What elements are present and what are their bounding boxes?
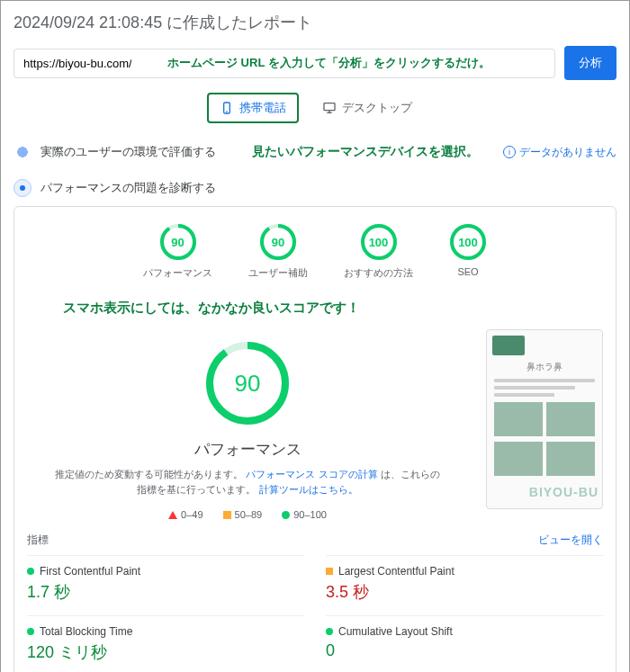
metric-cls-value: 0 (326, 641, 603, 660)
performance-left: 90 パフォーマンス 推定値のため変動する可能性があります。 パフォーマンス ス… (27, 324, 468, 520)
device-tabs: 携帯電話 デスクトップ (14, 93, 616, 123)
diagnose-label: パフォーマンスの問題を診断する (40, 180, 216, 196)
dot-good-icon (27, 628, 34, 635)
globe-icon (14, 143, 32, 161)
smartphone-annotation: スマホ表示にしては、なかなか良いスコアです！ (63, 300, 603, 317)
url-annotation: ホームページ URL を入力して「分析」をクリックするだけ。 (167, 55, 490, 71)
score-label-0: パフォーマンス (143, 266, 212, 280)
score-seo[interactable]: 100 SEO (449, 223, 487, 280)
preview-brand: 鼻ホラ鼻 (487, 361, 602, 373)
gauge-best-practices: 100 (360, 223, 398, 261)
scores-row: 90 パフォーマンス 90 ユーザー補助 100 おすすめの方法 (27, 223, 603, 280)
report-container: 2024/09/24 21:08:45 に作成したレポート ホームページ URL… (0, 0, 630, 672)
gauge-val-3: 100 (449, 223, 487, 261)
score-legend: 0–49 50–89 90–100 (27, 509, 468, 520)
gauge-val-2: 100 (360, 223, 398, 261)
gauge-seo: 100 (449, 223, 487, 261)
square-icon (223, 511, 231, 519)
metric-cls: Cumulative Layout Shift 0 (326, 615, 603, 672)
score-label-3: SEO (449, 266, 487, 277)
diagnose-section: パフォーマンスの問題を診断する (14, 170, 616, 206)
score-accessibility[interactable]: 90 ユーザー補助 (248, 223, 308, 280)
tab-mobile[interactable]: 携帯電話 (207, 93, 299, 123)
gauge-val-0: 90 (159, 223, 197, 261)
main-gauge: 90 (204, 340, 291, 426)
main-gauge-label: パフォーマンス (27, 439, 468, 460)
legend-good: 90–100 (282, 509, 327, 520)
real-user-label: 実際のユーザーの環境で評価する (40, 144, 216, 160)
metric-fcp-value: 1.7 秒 (27, 581, 304, 603)
performance-note: 推定値のため変動する可能性があります。 パフォーマンス スコアの計算 は、これら… (27, 467, 468, 497)
gauge-val-1: 90 (259, 223, 297, 261)
perf-calc-link[interactable]: パフォーマンス スコアの計算 (246, 469, 377, 479)
no-data-link[interactable]: i データがありません (503, 145, 616, 160)
circle-icon (282, 511, 290, 519)
score-label-2: おすすめの方法 (344, 266, 413, 280)
metric-tbt-value: 120 ミリ秒 (27, 641, 304, 663)
url-row: ホームページ URL を入力して「分析」をクリックするだけ。 分析 (14, 46, 616, 80)
page-title: 2024/09/24 21:08:45 に作成したレポート (14, 12, 616, 33)
preview-boxes (494, 402, 595, 436)
performance-block: 90 パフォーマンス 推定値のため変動する可能性があります。 パフォーマンス ス… (27, 324, 603, 520)
metric-lcp: Largest Contentful Paint 3.5 秒 (326, 555, 603, 615)
preview-badge (492, 336, 525, 355)
dot-good-icon (326, 628, 333, 635)
expand-view-link[interactable]: ビューを開く (538, 533, 603, 548)
url-input[interactable] (23, 57, 131, 70)
real-user-section: 実際のユーザーの環境で評価する 見たいパフォーマンスデバイスを選択。 i データ… (14, 134, 616, 170)
info-icon: i (503, 146, 516, 158)
legend-bad: 0–49 (168, 509, 202, 520)
dot-warn-icon (326, 568, 333, 575)
page-preview: 鼻ホラ鼻 BIYOU-BU (486, 329, 603, 509)
desktop-icon (322, 101, 337, 115)
preview-boxes2 (494, 442, 595, 476)
tab-mobile-label: 携帯電話 (239, 100, 286, 116)
main-gauge-value: 90 (204, 340, 291, 426)
metric-lcp-value: 3.5 秒 (326, 581, 603, 603)
tab-desktop[interactable]: デスクトップ (311, 93, 423, 123)
svg-rect-2 (324, 103, 335, 111)
preview-lines (494, 379, 595, 397)
analyze-button[interactable]: 分析 (564, 46, 616, 80)
metric-fcp: First Contentful Paint 1.7 秒 (27, 555, 304, 615)
metrics-label: 指標 (27, 533, 49, 548)
score-performance[interactable]: 90 パフォーマンス (143, 223, 212, 280)
scores-card: 90 パフォーマンス 90 ユーザー補助 100 おすすめの方法 (14, 206, 616, 672)
legend-mid: 50–89 (223, 509, 263, 520)
mobile-icon (220, 101, 234, 115)
triangle-icon (168, 511, 177, 519)
metrics-header: 指標 ビューを開く (27, 533, 603, 548)
no-data-label: データがありません (519, 145, 616, 160)
tab-desktop-label: デスクトップ (342, 100, 412, 116)
device-annotation: 見たいパフォーマンスデバイスを選択。 (252, 144, 479, 160)
gauge-icon (14, 179, 32, 197)
url-input-wrapper: ホームページ URL を入力して「分析」をクリックするだけ。 (14, 49, 555, 78)
preview-watermark: BIYOU-BU (529, 485, 598, 499)
gauge-performance: 90 (159, 223, 197, 261)
score-label-1: ユーザー補助 (248, 266, 308, 280)
gauge-accessibility: 90 (259, 223, 297, 261)
score-best-practices[interactable]: 100 おすすめの方法 (344, 223, 413, 280)
metric-tbt: Total Blocking Time 120 ミリ秒 (27, 615, 304, 672)
calc-tool-link[interactable]: 計算ツールはこちら。 (259, 484, 358, 495)
metrics-grid: First Contentful Paint 1.7 秒 Largest Con… (27, 555, 603, 672)
dot-good-icon (27, 568, 34, 575)
